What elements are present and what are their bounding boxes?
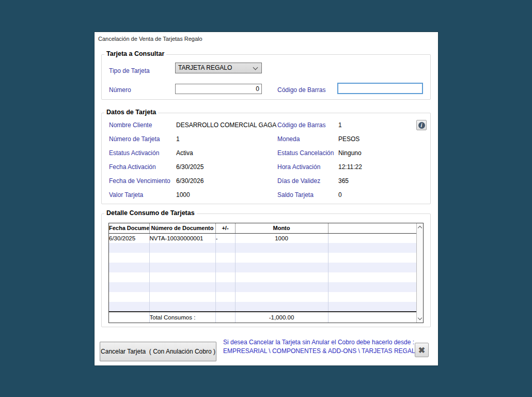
numero-input[interactable] [175, 84, 262, 94]
cancel-note-line2: EMPRESARIAL \ COMPONENTES & ADD-ONS \ TA… [223, 347, 420, 356]
codigo-de-barras-input[interactable] [337, 83, 423, 94]
table-row-empty [109, 263, 416, 272]
field-value: Activa [176, 149, 277, 157]
close-button[interactable]: ✖ [415, 343, 429, 357]
field-label: Hora Activación [277, 163, 338, 171]
table-row-empty [109, 292, 416, 302]
column-header-extra[interactable] [328, 223, 416, 233]
cell-numero-doc: NVTA-10030000001 [149, 233, 215, 243]
field-label: Estatus Activación [109, 149, 176, 157]
field-label: Moneda [277, 135, 338, 143]
table-scrollbar[interactable] [416, 223, 423, 323]
field-label: Código de Barras [277, 121, 338, 129]
field-label: Nombre Cliente [109, 121, 176, 129]
consumos-table: Fecha Documento Número de Documento +/- … [109, 223, 416, 323]
field-value: 0 [338, 191, 430, 198]
window-title: Cancelación de Venta de Tarjetas Regalo [98, 36, 202, 42]
group-datos-de-tarjeta: Datos de Tarjeta Nombre Cliente DESARROL… [101, 113, 431, 204]
cell-signo: - [215, 233, 235, 243]
group-tarjeta-a-consultar: Tarjeta a Consultar Tipo de Tarjeta TARJ… [101, 54, 431, 100]
total-row: Total Consumos : -1,000.00 [109, 312, 416, 323]
column-header-monto[interactable]: Monto [235, 223, 328, 233]
group-detalle-consumo: Detalle Consumo de Tarjetas Fecha Docume… [101, 213, 431, 327]
field-value: 6/30/2025 [176, 163, 277, 171]
cancelar-tarjeta-button[interactable]: Cancelar Tarjeta ( Con Anulación Cobro ) [100, 342, 216, 361]
cell-fecha: 6/30/2025 [109, 233, 149, 243]
cell-extra [328, 233, 416, 243]
scroll-up-icon[interactable] [418, 226, 422, 230]
field-value: 6/30/2026 [176, 177, 277, 185]
numero-label: Número [109, 86, 131, 94]
total-consumos-value: -1,000.00 [235, 312, 328, 323]
info-icon: i [418, 122, 425, 129]
field-value: 12:11:22 [338, 163, 430, 171]
scroll-down-icon[interactable] [418, 316, 422, 320]
field-label: Estatus Cancelación [277, 149, 338, 157]
group-title: Tarjeta a Consultar [104, 50, 166, 57]
table-row-empty [109, 302, 416, 312]
tipo-de-tarjeta-label: Tipo de Tarjeta [109, 67, 150, 74]
field-value: DESARROLLO COMERCIAL GAGA [176, 121, 277, 129]
cell-monto: 1000 [235, 233, 328, 243]
field-value: 1 [176, 135, 277, 143]
cancel-note-line1: Si desea Cancelar la Tarjeta sin Anular … [223, 338, 420, 347]
table-row-empty [109, 272, 416, 282]
table-row-empty [109, 243, 416, 253]
field-value: Ninguno [338, 149, 430, 157]
column-header-numero-doc[interactable]: Número de Documento [149, 223, 215, 233]
table-header-row: Fecha Documento Número de Documento +/- … [109, 223, 416, 233]
field-label: Fecha de Vencimiento [109, 177, 176, 185]
field-label: Días de Validez [277, 177, 338, 185]
field-value: 1000 [176, 191, 277, 198]
group-title: Datos de Tarjeta [104, 109, 158, 116]
chevron-down-icon [253, 65, 258, 70]
field-label: Fecha Activación [109, 163, 176, 171]
close-icon: ✖ [418, 345, 425, 355]
field-label: Valor Tarjeta [109, 191, 176, 198]
table-row[interactable]: 6/30/2025 NVTA-10030000001 - 1000 [109, 233, 416, 243]
table-row-empty [109, 282, 416, 292]
column-header-signo[interactable]: +/- [215, 223, 235, 233]
tipo-de-tarjeta-selected-value: TARJETA REGALO [178, 64, 232, 71]
column-header-fecha[interactable]: Fecha Documento [109, 223, 149, 233]
field-label: Número de Tarjeta [109, 135, 176, 143]
field-label: Saldo Tarjeta [277, 191, 338, 198]
datos-fields: Nombre Cliente DESARROLLO COMERCIAL GAGA… [102, 118, 430, 202]
field-value: PESOS [338, 135, 430, 143]
cancel-note: Si desea Cancelar la Tarjeta sin Anular … [223, 338, 420, 356]
codigo-de-barras-label: Código de Barras [277, 86, 325, 94]
field-value: 365 [338, 177, 430, 185]
total-consumos-label: Total Consumos : [149, 312, 215, 323]
table-row-empty [109, 253, 416, 263]
info-button[interactable]: i [416, 120, 427, 130]
group-title: Detalle Consumo de Tarjetas [104, 209, 197, 217]
cancelacion-tarjetas-dialog: Cancelación de Venta de Tarjetas Regalo … [95, 32, 438, 365]
consumos-table-container: Fecha Documento Número de Documento +/- … [108, 223, 424, 323]
tipo-de-tarjeta-dropdown[interactable]: TARJETA REGALO [175, 63, 262, 73]
